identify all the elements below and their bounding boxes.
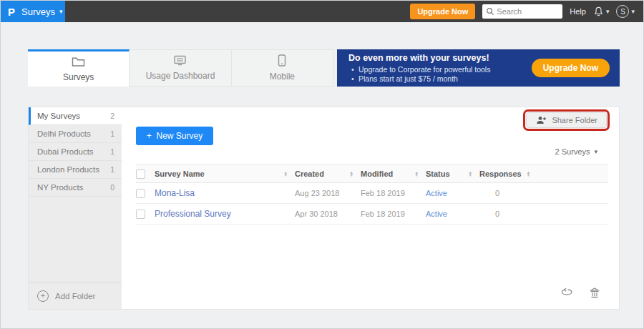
bell-icon (593, 6, 604, 17)
tab-label: Mobile (270, 72, 295, 82)
restore-button[interactable] (561, 288, 575, 302)
dashboard-icon (173, 55, 187, 68)
chevron-down-icon: ▾ (59, 9, 63, 15)
banner-title: Do even more with your surveys! (348, 53, 532, 63)
folder-count: 2 (110, 112, 114, 120)
sort-icon[interactable]: ▲▼ (350, 171, 361, 177)
table-header-row: Survey Name▲▼ Created▲▼ Modified▲▼ Statu… (136, 164, 608, 183)
table-footer-actions (561, 288, 600, 302)
sort-icon[interactable]: ▲▼ (469, 171, 479, 177)
survey-name-link[interactable]: Professional Survey (155, 209, 295, 219)
tab-strip: Surveys Usage Dashboard Mobile (28, 49, 333, 87)
new-survey-label: New Survey (157, 131, 203, 141)
share-folder-label: Share Folder (552, 116, 597, 124)
plus-circle-icon: + (37, 290, 49, 302)
banner-upgrade-button[interactable]: Upgrade Now (532, 59, 610, 77)
new-survey-button[interactable]: + New Survey (136, 127, 213, 145)
responses-count: 0 (479, 189, 551, 197)
sidebar-item-my-surveys[interactable]: My Surveys 2 (29, 107, 122, 125)
select-all-checkbox[interactable] (136, 170, 145, 179)
table-row: Professional Survey Apr 30 2018 Feb 18 2… (136, 204, 608, 225)
mobile-icon (278, 54, 286, 69)
folder-label: London Products (37, 165, 99, 174)
status-badge[interactable]: Active (426, 189, 479, 197)
folder-count: 1 (110, 147, 114, 156)
col-modified: Modified (361, 170, 393, 178)
app-menu-label: Surveys (21, 6, 55, 17)
sidebar-item-dubai-products[interactable]: Dubai Products 1 (29, 143, 122, 161)
notifications-button[interactable]: ▾ (593, 6, 610, 17)
restore-loop-icon (561, 288, 575, 298)
folders-sidebar: My Surveys 2 Delhi Products 1 Dubai Prod… (29, 107, 122, 309)
survey-count-label: 2 Surveys (555, 147, 590, 156)
folder-count: 0 (110, 183, 114, 192)
sort-icon[interactable]: ▲▼ (284, 171, 295, 177)
top-bar: P Surveys ▾ Upgrade Now Help ▾ S ▾ (1, 1, 643, 22)
plus-icon: + (147, 131, 152, 141)
col-created: Created (295, 170, 324, 178)
sort-icon[interactable]: ▲▼ (415, 171, 426, 177)
table-row: Mona-Lisa Aug 23 2018 Feb 18 2019 Active… (136, 183, 608, 204)
tab-label: Usage Dashboard (146, 71, 215, 81)
row-checkbox[interactable] (136, 189, 145, 198)
modified-date: Feb 18 2019 (361, 210, 426, 218)
modified-date: Feb 18 2019 (361, 189, 426, 197)
row-checkbox[interactable] (136, 210, 145, 219)
upgrade-now-button[interactable]: Upgrade Now (410, 4, 475, 19)
search-icon (486, 7, 494, 16)
sidebar-item-london-products[interactable]: London Products 1 (29, 161, 122, 179)
share-folder-annotation: Share Folder (523, 109, 610, 131)
share-user-icon (535, 116, 547, 124)
tab-label: Surveys (63, 72, 94, 82)
add-folder-label: Add Folder (55, 292, 95, 300)
share-folder-button[interactable]: Share Folder (526, 112, 607, 128)
responses-count: 0 (479, 210, 551, 218)
folder-label: My Surveys (37, 112, 80, 120)
proprofs-logo-icon: P (8, 6, 15, 17)
col-responses: Responses (479, 170, 522, 178)
banner-bullet: Plans start at just $75 / month (348, 74, 532, 84)
sidebar-item-ny-products[interactable]: NY Products 0 (29, 179, 122, 197)
content-card: My Surveys 2 Delhi Products 1 Dubai Prod… (28, 107, 620, 310)
tab-usage-dashboard[interactable]: Usage Dashboard (130, 50, 231, 86)
add-folder-button[interactable]: + Add Folder (29, 282, 122, 309)
banner-bullet: Upgrade to Corporate for powerful tools (348, 65, 532, 74)
chevron-down-icon: ▾ (606, 9, 610, 15)
account-menu[interactable]: S ▾ (616, 5, 635, 18)
sidebar-item-delhi-products[interactable]: Delhi Products 1 (29, 125, 122, 143)
chevron-down-icon: ▾ (594, 149, 597, 155)
surveys-page: P Surveys ▾ Upgrade Now Help ▾ S ▾ (0, 0, 644, 329)
app-logo-menu[interactable]: P Surveys ▾ (1, 1, 65, 22)
created-date: Apr 30 2018 (295, 210, 361, 218)
search-box (482, 4, 562, 19)
col-survey-name: Survey Name (155, 170, 205, 178)
survey-name-link[interactable]: Mona-Lisa (155, 188, 295, 198)
tab-surveys[interactable]: Surveys (28, 49, 130, 87)
folder-label: Dubai Products (37, 147, 94, 156)
col-status: Status (426, 170, 450, 178)
created-date: Aug 23 2018 (295, 189, 361, 197)
survey-count-dropdown[interactable]: 2 Surveys ▾ (555, 147, 597, 156)
upgrade-banner: Do even more with your surveys! Upgrade … (337, 49, 620, 87)
sort-icon[interactable]: ▲▼ (527, 171, 530, 177)
tab-mobile[interactable]: Mobile (232, 50, 333, 86)
folder-count: 1 (110, 165, 114, 174)
trash-icon (589, 288, 600, 299)
surveys-main: Share Folder + New Survey 2 Surveys ▾ Su… (122, 107, 619, 309)
help-link[interactable]: Help (570, 7, 586, 16)
folder-icon (72, 57, 85, 69)
status-badge[interactable]: Active (426, 210, 479, 218)
delete-button[interactable] (589, 288, 600, 302)
folder-count: 1 (110, 129, 114, 138)
surveys-table: Survey Name▲▼ Created▲▼ Modified▲▼ Statu… (136, 164, 608, 225)
folder-label: Delhi Products (37, 129, 91, 138)
chevron-down-icon: ▾ (631, 9, 635, 15)
avatar: S (616, 5, 629, 18)
folder-label: NY Products (37, 183, 83, 192)
